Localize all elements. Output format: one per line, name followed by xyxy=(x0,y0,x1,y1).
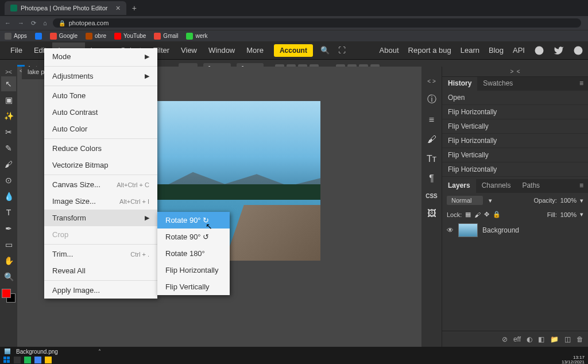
submenu-item[interactable]: Flip Horizontally xyxy=(157,262,230,278)
link-layers-icon[interactable]: ⊘ xyxy=(502,335,508,343)
new-tab-button[interactable]: + xyxy=(132,3,137,13)
submenu-item[interactable]: Flip Vertically xyxy=(157,278,230,295)
color-swatches[interactable] xyxy=(2,289,16,303)
collapse-icon[interactable]: >< xyxy=(5,69,12,75)
layer-mask-icon[interactable]: ◐ xyxy=(527,335,532,343)
facebook-icon[interactable] xyxy=(573,45,583,56)
history-item[interactable]: Flip Horizontally xyxy=(442,105,588,119)
lock-transparency-icon[interactable]: ▦ xyxy=(465,211,471,218)
paragraph-icon[interactable]: ¶ xyxy=(429,173,434,184)
menubar-link[interactable]: About xyxy=(380,46,399,55)
url-field[interactable]: 🔒 photopea.com xyxy=(53,18,581,28)
layer-fx-icon[interactable]: eff xyxy=(513,335,521,343)
menu-file[interactable]: File xyxy=(5,42,28,58)
foreground-color[interactable] xyxy=(2,289,11,298)
marquee-tool[interactable]: ▣ xyxy=(1,92,16,107)
submenu-item[interactable]: Rotate 180° xyxy=(157,245,230,262)
menu-more[interactable]: More xyxy=(241,42,269,58)
windows-start-icon[interactable] xyxy=(3,357,10,363)
menu-item-reveal-all[interactable]: Reveal All xyxy=(44,262,157,279)
tab-layers[interactable]: Layers xyxy=(442,179,476,193)
collapse-icon[interactable]: < > xyxy=(427,78,435,84)
menu-item-mode[interactable]: Mode▶ xyxy=(44,48,157,65)
menu-item-apply-image-[interactable]: Apply Image... xyxy=(44,282,157,299)
taskbar-chrome-icon[interactable] xyxy=(34,357,41,363)
blur-tool[interactable]: 💧 xyxy=(1,189,16,204)
nav-back-icon[interactable]: ← xyxy=(5,20,11,27)
panel-menu-icon[interactable]: ≡ xyxy=(575,77,588,91)
history-item[interactable]: Flip Horizontally xyxy=(442,134,588,148)
fullscreen-icon[interactable]: ⛶ xyxy=(337,45,347,56)
hand-tool[interactable]: ✋ xyxy=(1,253,16,268)
status-chevron-icon[interactable]: ˄ xyxy=(98,348,101,355)
adjustment-layer-icon[interactable]: ◧ xyxy=(538,335,544,343)
clone-tool[interactable]: ⊙ xyxy=(1,173,16,188)
twitter-icon[interactable] xyxy=(554,45,564,56)
submenu-item[interactable]: Rotate 90° ↻ xyxy=(157,212,230,229)
menu-item-canvas-size-[interactable]: Canvas Size...Alt+Ctrl + C xyxy=(44,176,157,193)
menu-item-transform[interactable]: Transform▶ xyxy=(44,210,157,226)
history-item[interactable]: Flip Vertically xyxy=(442,119,588,134)
new-folder-icon[interactable]: 📁 xyxy=(550,335,559,343)
nav-home-icon[interactable]: ⌂ xyxy=(43,20,47,27)
tab-close-icon[interactable]: × xyxy=(115,3,120,13)
taskbar-clock[interactable]: 13:17 13/12/2021 xyxy=(562,355,585,364)
fill-value[interactable]: 100% xyxy=(560,211,577,218)
css-icon[interactable]: CSS xyxy=(425,193,438,199)
layer-row[interactable]: 👁 Background xyxy=(442,221,588,239)
lock-all-icon[interactable]: 🔒 xyxy=(493,211,501,218)
submenu-item[interactable]: Rotate 90° ↺ xyxy=(157,229,230,245)
history-item[interactable]: Open xyxy=(442,91,588,105)
reddit-icon[interactable] xyxy=(534,45,544,56)
history-item[interactable]: Flip Vertically xyxy=(442,148,588,162)
search-icon[interactable]: 🔍 xyxy=(320,45,330,56)
zoom-tool[interactable]: 🔍 xyxy=(1,269,16,284)
bookmark-item[interactable]: Apps xyxy=(5,33,27,40)
tab-history[interactable]: History xyxy=(442,77,477,91)
tab-paths[interactable]: Paths xyxy=(516,179,546,193)
bookmark-item[interactable]: obre xyxy=(86,33,106,40)
new-layer-icon[interactable]: ◫ xyxy=(564,335,571,343)
tab-swatches[interactable]: Swatches xyxy=(477,77,519,91)
menubar-link[interactable]: Blog xyxy=(489,46,504,55)
histogram-icon[interactable]: ≡ xyxy=(429,115,434,125)
nav-forward-icon[interactable]: → xyxy=(18,20,24,27)
shape-tool[interactable]: ▭ xyxy=(1,237,16,252)
menu-item-vectorize-bitmap[interactable]: Vectorize Bitmap xyxy=(44,157,157,173)
opacity-value[interactable]: 100% xyxy=(560,197,577,204)
account-button[interactable]: Account xyxy=(274,44,313,57)
menu-item-auto-contrast[interactable]: Auto Contrast xyxy=(44,104,157,121)
crop-tool[interactable]: ✂ xyxy=(1,125,16,140)
delete-layer-icon[interactable]: 🗑 xyxy=(577,335,583,343)
text-tool[interactable]: T xyxy=(1,205,16,220)
brush-tool[interactable]: 🖌 xyxy=(1,157,16,172)
layer-visibility-icon[interactable]: 👁 xyxy=(447,226,454,234)
bookmark-item[interactable] xyxy=(35,33,42,40)
menu-item-reduce-colors[interactable]: Reduce Colors xyxy=(44,140,157,157)
panel-menu-icon[interactable]: ≡ xyxy=(575,179,588,193)
taskbar-explorer-icon[interactable] xyxy=(45,357,52,363)
bookmark-item[interactable]: Gmail xyxy=(154,33,178,40)
info-icon[interactable]: ⓘ xyxy=(427,94,436,106)
browser-tab[interactable]: Photopea | Online Photo Editor × xyxy=(5,1,126,15)
taskbar-search-icon[interactable] xyxy=(14,357,21,363)
menubar-link[interactable]: Learn xyxy=(461,46,479,55)
character-icon[interactable]: Tт xyxy=(427,154,436,164)
nav-reload-icon[interactable]: ⟳ xyxy=(31,20,36,27)
blend-mode-select[interactable]: Normal xyxy=(447,196,483,205)
layer-name[interactable]: Background xyxy=(482,226,519,234)
bookmark-item[interactable]: YouTube xyxy=(114,33,146,40)
menu-item-trim-[interactable]: Trim...Ctrl + . xyxy=(44,246,157,262)
lock-paint-icon[interactable]: 🖌 xyxy=(474,211,481,218)
bookmark-item[interactable]: werk xyxy=(186,33,207,40)
tab-channels[interactable]: Channels xyxy=(476,179,517,193)
panel-collapse[interactable]: > < xyxy=(442,67,588,77)
menu-view[interactable]: View xyxy=(175,42,203,58)
history-item[interactable]: Flip Horizontally xyxy=(442,162,588,177)
menu-item-auto-color[interactable]: Auto Color xyxy=(44,121,157,137)
bookmark-item[interactable]: Google xyxy=(50,33,78,40)
menubar-link[interactable]: API xyxy=(513,46,525,55)
menubar-link[interactable]: Report a bug xyxy=(408,46,451,55)
wand-tool[interactable]: ✨ xyxy=(1,109,16,123)
menu-item-auto-tone[interactable]: Auto Tone xyxy=(44,87,157,104)
